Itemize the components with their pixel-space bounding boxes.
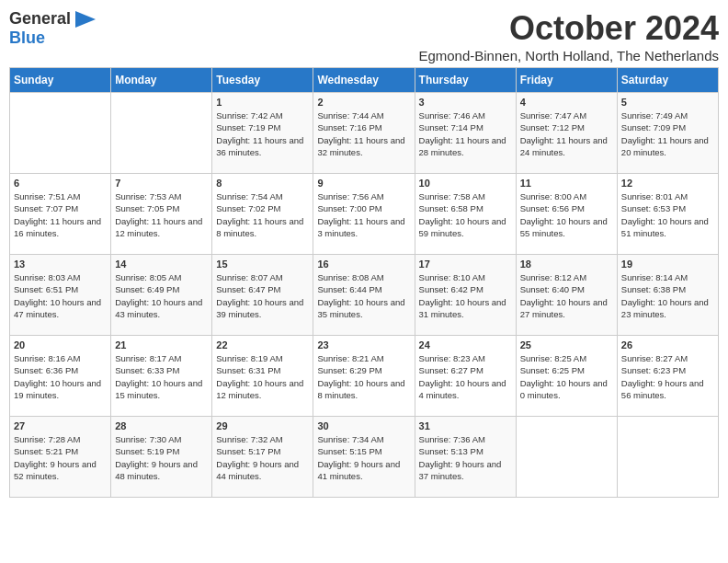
cell-info: Sunrise: 8:25 AMSunset: 6:25 PMDaylight:… [520,352,613,401]
calendar-cell: 27Sunrise: 7:28 AMSunset: 5:21 PMDayligh… [10,417,111,498]
day-number: 15 [216,259,309,270]
calendar-cell: 20Sunrise: 8:16 AMSunset: 6:36 PMDayligh… [10,336,111,417]
day-number: 12 [621,178,714,189]
cell-info: Sunrise: 8:05 AMSunset: 6:49 PMDaylight:… [115,271,208,320]
day-of-week-header: Sunday [10,68,111,93]
day-number: 13 [14,259,107,270]
calendar-cell: 24Sunrise: 8:23 AMSunset: 6:27 PMDayligh… [415,336,516,417]
logo-blue-text: Blue [9,29,45,47]
day-number: 30 [317,420,410,431]
day-number: 21 [115,339,208,350]
page-header: General Blue October 2024 Egmond-Binnen,… [9,9,719,63]
day-number: 26 [621,339,714,350]
cell-info: Sunrise: 8:23 AMSunset: 6:27 PMDaylight:… [419,352,512,401]
calendar-cell: 26Sunrise: 8:27 AMSunset: 6:23 PMDayligh… [617,336,718,417]
cell-info: Sunrise: 8:03 AMSunset: 6:51 PMDaylight:… [14,271,107,320]
cell-info: Sunrise: 8:21 AMSunset: 6:29 PMDaylight:… [317,352,410,401]
day-number: 14 [115,259,208,270]
calendar-cell: 11Sunrise: 8:00 AMSunset: 6:56 PMDayligh… [516,174,617,255]
calendar-cell: 6Sunrise: 7:51 AMSunset: 7:07 PMDaylight… [10,174,111,255]
logo: General Blue [9,9,96,48]
cell-info: Sunrise: 7:42 AMSunset: 7:19 PMDaylight:… [216,109,309,158]
title-section: October 2024 Egmond-Binnen, North Hollan… [418,9,719,63]
day-of-week-header: Saturday [617,68,718,93]
cell-info: Sunrise: 8:08 AMSunset: 6:44 PMDaylight:… [317,271,410,320]
day-of-week-header: Tuesday [212,68,313,93]
calendar-cell: 1Sunrise: 7:42 AMSunset: 7:19 PMDaylight… [212,93,313,174]
day-number: 8 [216,178,309,189]
day-number: 7 [115,178,208,189]
day-number: 28 [115,420,208,431]
cell-info: Sunrise: 8:19 AMSunset: 6:31 PMDaylight:… [216,352,309,401]
calendar-cell: 22Sunrise: 8:19 AMSunset: 6:31 PMDayligh… [212,336,313,417]
svg-marker-0 [75,11,96,28]
day-number: 16 [317,259,410,270]
cell-info: Sunrise: 7:36 AMSunset: 5:13 PMDaylight:… [419,433,512,482]
logo-general-text: General [9,9,71,29]
calendar-table: SundayMondayTuesdayWednesdayThursdayFrid… [9,67,719,498]
cell-info: Sunrise: 8:10 AMSunset: 6:42 PMDaylight:… [419,271,512,320]
day-number: 25 [520,339,613,350]
calendar-cell: 2Sunrise: 7:44 AMSunset: 7:16 PMDaylight… [313,93,415,174]
calendar-cell: 4Sunrise: 7:47 AMSunset: 7:12 PMDaylight… [516,93,617,174]
day-number: 6 [14,178,107,189]
day-of-week-header: Wednesday [313,68,415,93]
day-number: 9 [317,178,410,189]
cell-info: Sunrise: 7:54 AMSunset: 7:02 PMDaylight:… [216,190,309,239]
calendar-cell [516,417,617,498]
calendar-cell: 5Sunrise: 7:49 AMSunset: 7:09 PMDaylight… [617,93,718,174]
cell-info: Sunrise: 8:00 AMSunset: 6:56 PMDaylight:… [520,190,613,239]
cell-info: Sunrise: 7:28 AMSunset: 5:21 PMDaylight:… [14,433,107,482]
calendar-cell: 25Sunrise: 8:25 AMSunset: 6:25 PMDayligh… [516,336,617,417]
day-number: 2 [317,97,410,108]
calendar-cell: 15Sunrise: 8:07 AMSunset: 6:47 PMDayligh… [212,255,313,336]
day-number: 17 [419,259,512,270]
day-number: 19 [621,259,714,270]
day-number: 10 [419,178,512,189]
calendar-cell: 10Sunrise: 7:58 AMSunset: 6:58 PMDayligh… [415,174,516,255]
cell-info: Sunrise: 8:17 AMSunset: 6:33 PMDaylight:… [115,352,208,401]
month-title: October 2024 [418,9,719,48]
calendar-cell: 29Sunrise: 7:32 AMSunset: 5:17 PMDayligh… [212,417,313,498]
logo-flag-icon [75,11,96,28]
day-number: 23 [317,339,410,350]
calendar-cell [10,93,111,174]
cell-info: Sunrise: 8:27 AMSunset: 6:23 PMDaylight:… [621,352,714,401]
cell-info: Sunrise: 7:44 AMSunset: 7:16 PMDaylight:… [317,109,410,158]
day-number: 18 [520,259,613,270]
calendar-cell: 14Sunrise: 8:05 AMSunset: 6:49 PMDayligh… [111,255,212,336]
day-number: 5 [621,97,714,108]
calendar-cell: 3Sunrise: 7:46 AMSunset: 7:14 PMDaylight… [415,93,516,174]
cell-info: Sunrise: 7:56 AMSunset: 7:00 PMDaylight:… [317,190,410,239]
day-number: 22 [216,339,309,350]
calendar-cell: 30Sunrise: 7:34 AMSunset: 5:15 PMDayligh… [313,417,415,498]
cell-info: Sunrise: 7:47 AMSunset: 7:12 PMDaylight:… [520,109,613,158]
day-number: 27 [14,420,107,431]
calendar-cell: 23Sunrise: 8:21 AMSunset: 6:29 PMDayligh… [313,336,415,417]
calendar-cell: 21Sunrise: 8:17 AMSunset: 6:33 PMDayligh… [111,336,212,417]
calendar-cell: 8Sunrise: 7:54 AMSunset: 7:02 PMDaylight… [212,174,313,255]
day-number: 4 [520,97,613,108]
calendar-cell: 12Sunrise: 8:01 AMSunset: 6:53 PMDayligh… [617,174,718,255]
day-number: 3 [419,97,512,108]
cell-info: Sunrise: 8:01 AMSunset: 6:53 PMDaylight:… [621,190,714,239]
cell-info: Sunrise: 7:49 AMSunset: 7:09 PMDaylight:… [621,109,714,158]
day-number: 31 [419,420,512,431]
cell-info: Sunrise: 7:32 AMSunset: 5:17 PMDaylight:… [216,433,309,482]
calendar-cell [617,417,718,498]
day-of-week-header: Thursday [415,68,516,93]
day-of-week-header: Monday [111,68,212,93]
location-subtitle: Egmond-Binnen, North Holland, The Nether… [418,48,719,63]
cell-info: Sunrise: 7:51 AMSunset: 7:07 PMDaylight:… [14,190,107,239]
day-number: 24 [419,339,512,350]
day-of-week-header: Friday [516,68,617,93]
calendar-cell: 18Sunrise: 8:12 AMSunset: 6:40 PMDayligh… [516,255,617,336]
cell-info: Sunrise: 7:58 AMSunset: 6:58 PMDaylight:… [419,190,512,239]
day-number: 29 [216,420,309,431]
calendar-cell: 17Sunrise: 8:10 AMSunset: 6:42 PMDayligh… [415,255,516,336]
day-number: 20 [14,339,107,350]
calendar-cell: 28Sunrise: 7:30 AMSunset: 5:19 PMDayligh… [111,417,212,498]
cell-info: Sunrise: 7:30 AMSunset: 5:19 PMDaylight:… [115,433,208,482]
calendar-cell: 13Sunrise: 8:03 AMSunset: 6:51 PMDayligh… [10,255,111,336]
cell-info: Sunrise: 8:14 AMSunset: 6:38 PMDaylight:… [621,271,714,320]
